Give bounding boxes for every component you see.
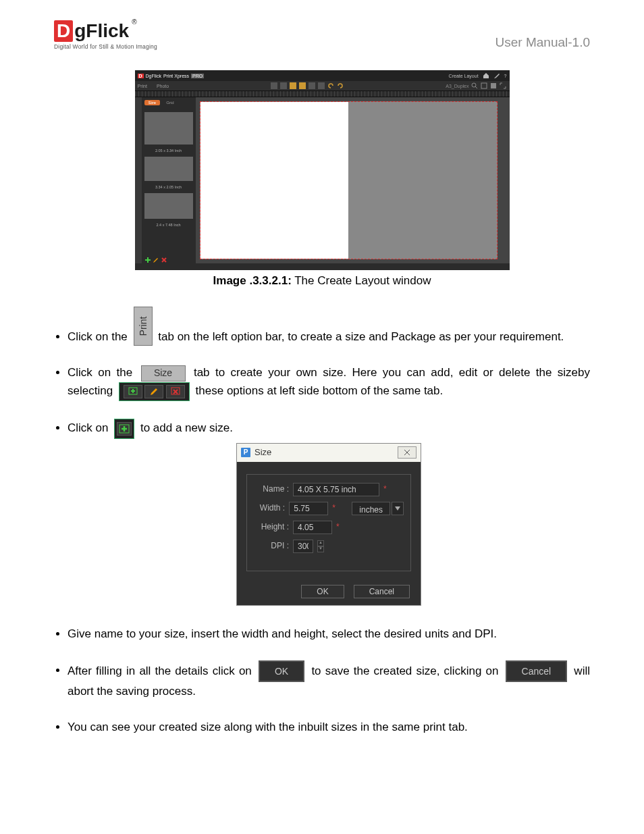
delete-size-icon[interactable] (161, 257, 166, 262)
step-6: You can see your created size along with… (68, 718, 590, 736)
step-5-text-a: After filling in all the details click o… (68, 664, 252, 677)
add-new-icon (114, 419, 134, 439)
add-edit-delete-icons (119, 382, 190, 401)
app-titlebar: D DgFlick Print Xpress PRO Create Layout… (135, 70, 510, 81)
step-3: Click on to add a new size. P Size (68, 419, 590, 606)
tool-icon-4[interactable] (299, 82, 306, 89)
logo-d: D (54, 20, 73, 42)
step-3-text-a: Click on (68, 421, 108, 434)
tagline: Digital World for Still & Motion Imaging (54, 43, 157, 50)
dpi-label: DPI : (254, 540, 289, 552)
size-thumb-2-label: 3.34 x 2.05 Inch (144, 185, 193, 189)
toolbar-print-label: Print (138, 84, 147, 88)
tool-icon-3[interactable] (290, 82, 296, 89)
tool-icon-2[interactable] (280, 82, 287, 89)
ruler-horizontal (135, 90, 510, 97)
required-icon: * (383, 483, 387, 496)
redo-icon[interactable] (337, 82, 344, 89)
width-label: Width : (254, 502, 285, 515)
page-left (200, 102, 349, 259)
page-canvas[interactable] (200, 101, 498, 259)
name-input[interactable] (293, 483, 379, 496)
steps-list: Click on the Print tab on the left optio… (54, 307, 590, 736)
create-layout-label: Create Layout (449, 74, 479, 78)
ok-button-inline: OK (259, 660, 304, 682)
dialog-app-icon: P (241, 448, 250, 457)
app-brand: DgFlick (146, 74, 161, 78)
app-product: Print Xpress (163, 74, 189, 78)
svg-line-1 (475, 86, 477, 88)
figure-caption: Image .3.3.2.1: The Create Layout window (54, 274, 590, 288)
toolbar-photo-label: Photo (157, 84, 169, 88)
logo-g: g (74, 20, 86, 42)
dpi-spin-up[interactable]: ▲ (317, 540, 324, 546)
dialog-close-button[interactable] (398, 446, 417, 459)
edit-size-icon[interactable] (153, 257, 158, 262)
dialog-cancel-button[interactable]: Cancel (354, 585, 410, 598)
step-3-text-b: to add a new size. (140, 421, 233, 434)
side-tab-size[interactable]: Size (144, 100, 161, 105)
step-1: Click on the Print tab on the left optio… (68, 307, 590, 346)
step-1-text-b: tab on the left option bar, to create a … (158, 330, 564, 343)
cancel-button-inline: Cancel (506, 660, 568, 682)
caption-rest: The Create Layout window (292, 274, 431, 287)
delete-icon-inline (166, 385, 185, 398)
dpi-spin-down[interactable]: ▼ (317, 546, 324, 552)
step-5-text-b: to save the created size, clicking on (311, 664, 498, 677)
expand-icon[interactable] (500, 82, 506, 89)
step-5: After filling in all the details click o… (68, 660, 590, 701)
app-logo-icon: D (138, 74, 144, 78)
step-2-text-a: Click on the (68, 366, 132, 379)
dialog-ok-button[interactable]: OK (301, 585, 344, 598)
unit-dropdown-arrow[interactable] (392, 502, 404, 515)
step-2-text-c: these options at left side bottom of the… (196, 384, 444, 397)
side-rail (135, 97, 142, 263)
size-thumb-3-label: 2.4 x 7.48 Inch (144, 223, 193, 227)
step-1-text-a: Click on the (68, 330, 128, 343)
size-thumb-1-label: 2.05 x 3.34 Inch (144, 149, 193, 153)
size-tab-icon: Size (141, 365, 186, 382)
add-size-icon[interactable] (144, 257, 150, 262)
edit-icon-inline (144, 385, 163, 398)
header-version: User Manual-1.0 (495, 35, 590, 50)
page-header: D g Flick ® Digital World for Still & Mo… (54, 20, 590, 50)
logo: D g Flick ® (54, 20, 136, 42)
size-thumb-1[interactable] (144, 112, 193, 145)
help-icon[interactable]: ? (504, 74, 507, 78)
app-screenshot: D DgFlick Print Xpress PRO Create Layout… (135, 70, 510, 270)
registered-icon: ® (132, 18, 136, 26)
size-dialog: P Size Name : * W (236, 443, 421, 606)
grid-icon[interactable] (481, 82, 487, 89)
logo-flick: Flick (86, 20, 129, 42)
zoom-icon[interactable] (471, 82, 478, 89)
tool-icon-1[interactable] (271, 82, 277, 89)
size-thumb-3[interactable] (144, 193, 193, 219)
tool-icon-6[interactable] (318, 82, 325, 89)
print-tab-icon: Print (134, 307, 153, 346)
app-badge: PRO (191, 74, 204, 78)
fit-icon[interactable] (490, 82, 497, 89)
side-panel: Size Grid 2.05 x 3.34 Inch 3.34 x 2.05 I… (142, 97, 196, 263)
print-tab-label: Print (135, 317, 150, 336)
logo-block: D g Flick ® Digital World for Still & Mo… (54, 20, 157, 50)
edit-icon[interactable] (493, 72, 500, 79)
app-toolbar: Print Photo A3_Duplex (135, 81, 510, 90)
canvas-area (196, 97, 510, 263)
undo-icon[interactable] (327, 82, 334, 89)
height-input[interactable] (293, 521, 332, 534)
step-2: Click on the Size tab to create your own… (68, 363, 590, 401)
add-icon (124, 385, 142, 398)
size-thumb-2[interactable] (144, 157, 193, 181)
dialog-titlebar: P Size (237, 444, 421, 462)
width-input[interactable] (289, 502, 328, 515)
tool-icon-5[interactable] (308, 82, 315, 89)
page-right (348, 102, 497, 259)
side-tab-grid[interactable]: Grid (162, 100, 178, 105)
unit-select[interactable]: inches (352, 502, 390, 515)
caption-bold: Image .3.3.2.1: (213, 274, 292, 287)
home-icon[interactable] (483, 72, 489, 79)
dialog-title-text: Size (254, 446, 271, 460)
sub-label: A3_Duplex (446, 84, 468, 88)
dpi-input[interactable] (293, 540, 313, 553)
size-tab-label: Size (154, 365, 172, 380)
